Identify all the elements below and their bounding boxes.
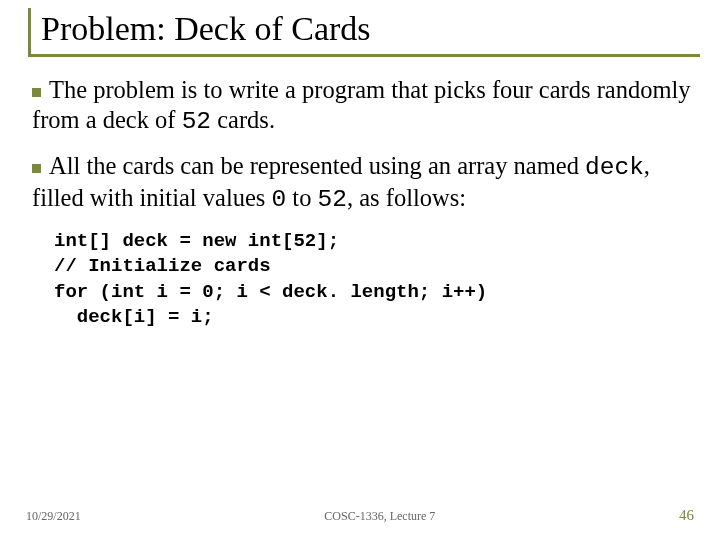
text: cards. xyxy=(211,106,275,133)
square-bullet-icon xyxy=(32,164,41,173)
text: The problem is to write a program that p… xyxy=(32,76,691,133)
title-rule: Problem: Deck of Cards xyxy=(28,8,700,57)
slide: Problem: Deck of Cards The problem is to… xyxy=(0,0,720,540)
footer-course: COSC-1336, Lecture 7 xyxy=(81,509,679,524)
slide-footer: 10/29/2021 COSC-1336, Lecture 7 46 xyxy=(0,507,720,524)
text: All the cards can be represented using a… xyxy=(49,152,585,179)
slide-title: Problem: Deck of Cards xyxy=(41,10,700,48)
code-block: int[] deck = new int[52]; // Initialize … xyxy=(32,229,700,332)
bullet-paragraph-2: All the cards can be represented using a… xyxy=(32,151,700,215)
footer-date: 10/29/2021 xyxy=(26,509,81,524)
text: , as follows: xyxy=(347,184,466,211)
inline-code: deck xyxy=(585,154,644,181)
inline-code: 52 xyxy=(182,108,211,135)
text: to xyxy=(286,184,317,211)
inline-code: 52 xyxy=(318,186,347,213)
slide-body: The problem is to write a program that p… xyxy=(28,75,700,331)
bullet-paragraph-1: The problem is to write a program that p… xyxy=(32,75,700,137)
square-bullet-icon xyxy=(32,88,41,97)
footer-page-number: 46 xyxy=(679,507,694,524)
inline-code: 0 xyxy=(272,186,287,213)
